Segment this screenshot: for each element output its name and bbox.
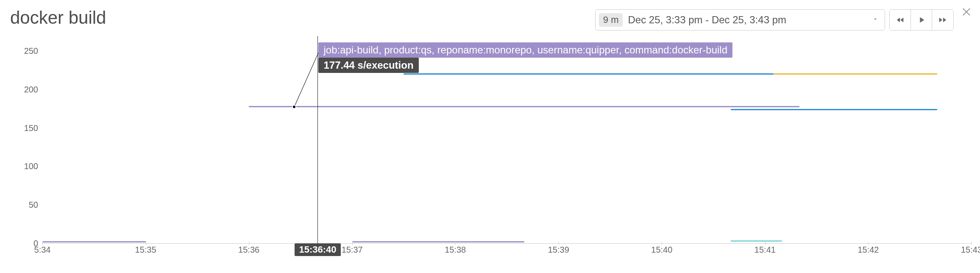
data-line bbox=[731, 109, 937, 110]
x-tick: 15:42 bbox=[858, 245, 879, 255]
y-tick: 200 bbox=[24, 84, 38, 94]
tooltip: job:api-build, product:qs, reponame:mono… bbox=[318, 42, 732, 73]
data-line bbox=[404, 73, 774, 75]
time-range-duration-badge: 9 m bbox=[599, 13, 623, 27]
data-line bbox=[249, 106, 799, 107]
y-tick: 100 bbox=[24, 162, 38, 171]
rewind-button[interactable] bbox=[890, 10, 911, 30]
close-icon[interactable] bbox=[961, 6, 972, 18]
y-tick: 250 bbox=[24, 46, 38, 56]
chart[interactable]: 050100150200250 job:api-build, product:q… bbox=[13, 51, 976, 260]
crosshair-time-badge: 15:36:40 bbox=[295, 243, 340, 256]
crosshair bbox=[317, 36, 318, 243]
playback-controls bbox=[889, 9, 954, 31]
x-tick: 15:37 bbox=[342, 245, 363, 255]
data-line bbox=[731, 240, 782, 242]
axis-line bbox=[42, 243, 972, 244]
x-tick: 15:41 bbox=[754, 245, 776, 255]
time-range-text: Dec 25, 3:33 pm - Dec 25, 3:43 pm bbox=[628, 14, 786, 26]
plot-area[interactable]: job:api-build, product:qs, reponame:mono… bbox=[42, 51, 972, 243]
x-tick: 15:40 bbox=[651, 245, 672, 255]
x-tick: 5:34 bbox=[34, 245, 51, 255]
data-line bbox=[42, 241, 146, 242]
page-title: docker build bbox=[10, 8, 106, 28]
time-range-picker[interactable]: 9 m Dec 25, 3:33 pm - Dec 25, 3:43 pm bbox=[595, 9, 885, 31]
chevron-down-icon bbox=[872, 16, 879, 24]
play-button[interactable] bbox=[911, 10, 932, 30]
tooltip-series-label: job:api-build, product:qs, reponame:mono… bbox=[318, 42, 732, 58]
x-tick: 15:38 bbox=[445, 245, 466, 255]
y-axis: 050100150200250 bbox=[13, 51, 42, 243]
y-tick: 50 bbox=[29, 200, 38, 210]
tooltip-connector bbox=[294, 53, 319, 107]
x-tick: 15:35 bbox=[135, 245, 156, 255]
y-tick: 150 bbox=[24, 123, 38, 133]
data-line bbox=[774, 73, 937, 75]
hover-point bbox=[292, 105, 296, 109]
data-line bbox=[352, 241, 524, 242]
x-axis: 5:3415:3515:3615:3715:3815:3915:4015:411… bbox=[42, 243, 972, 260]
x-tick: 15:39 bbox=[548, 245, 569, 255]
fast-forward-button[interactable] bbox=[932, 10, 953, 30]
tooltip-value-label: 177.44 s/execution bbox=[318, 58, 418, 73]
x-tick: 15:43 bbox=[961, 245, 980, 255]
x-tick: 15:36 bbox=[238, 245, 259, 255]
